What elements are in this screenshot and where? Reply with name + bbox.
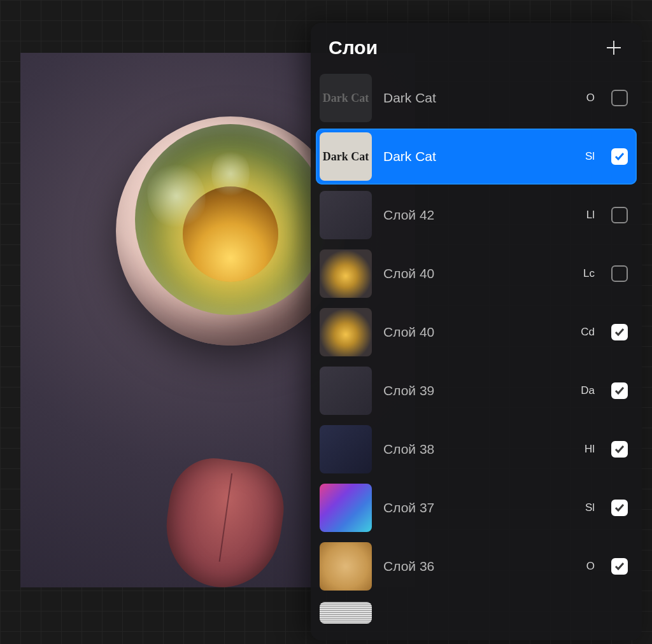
layer-row[interactable]: Слой 40 Lc xyxy=(316,246,637,302)
layer-name-label: Слой 40 xyxy=(383,266,567,281)
layer-thumbnail xyxy=(320,542,372,591)
layers-panel: Слои Dark Cat Dark Cat O Dark Cat Dark C… xyxy=(311,23,642,640)
visibility-checkbox[interactable] xyxy=(611,148,628,165)
thumbnail-text: Dark Cat xyxy=(323,150,369,164)
layer-row[interactable]: Dark Cat Dark Cat O xyxy=(316,70,637,126)
thumbnail-text: Dark Cat xyxy=(323,92,369,105)
layer-row[interactable]: Слой 42 Ll xyxy=(316,187,637,243)
layer-row[interactable]: Слой 36 O xyxy=(316,538,637,594)
layer-name-label: Слой 40 xyxy=(383,325,567,340)
blend-mode-label: O xyxy=(578,92,595,104)
add-layer-button[interactable] xyxy=(604,38,624,58)
visibility-checkbox[interactable] xyxy=(611,500,628,516)
blend-mode-label: Ll xyxy=(578,209,595,221)
layer-thumbnail xyxy=(320,425,372,473)
visibility-checkbox[interactable] xyxy=(611,90,628,106)
visibility-checkbox[interactable] xyxy=(611,382,628,399)
layer-row[interactable]: Слой 40 Cd xyxy=(316,304,637,360)
layer-thumbnail xyxy=(320,308,372,356)
layer-row[interactable]: Слой 37 Sl xyxy=(316,480,637,536)
layer-thumbnail xyxy=(320,602,372,624)
layers-panel-title: Слои xyxy=(329,37,378,59)
blend-mode-label: O xyxy=(578,560,595,573)
layer-name-label: Dark Cat xyxy=(383,149,567,164)
visibility-checkbox[interactable] xyxy=(611,441,628,458)
layer-thumbnail xyxy=(320,191,372,239)
blend-mode-label: Da xyxy=(578,384,595,397)
layer-row[interactable] xyxy=(316,597,637,625)
layer-row[interactable]: Слой 39 Da xyxy=(316,363,637,419)
blend-mode-label: Sl xyxy=(578,501,595,514)
layer-thumbnail: Dark Cat xyxy=(320,132,372,181)
blend-mode-label: Lc xyxy=(578,267,595,280)
layer-name-label: Слой 38 xyxy=(383,442,567,457)
visibility-checkbox[interactable] xyxy=(611,558,628,575)
layer-thumbnail xyxy=(320,249,372,298)
artwork-highlight xyxy=(211,148,250,199)
blend-mode-label: Hl xyxy=(578,443,595,456)
layers-panel-header: Слои xyxy=(311,23,642,70)
visibility-checkbox[interactable] xyxy=(611,265,628,282)
layer-row[interactable]: Dark Cat Dark Cat Sl xyxy=(316,129,637,185)
layer-name-label: Слой 42 xyxy=(383,207,567,223)
layer-name-label: Dark Cat xyxy=(383,90,567,106)
blend-mode-label: Sl xyxy=(578,150,595,163)
visibility-checkbox[interactable] xyxy=(611,207,628,223)
layer-thumbnail xyxy=(320,484,372,532)
layer-thumbnail: Dark Cat xyxy=(320,74,372,122)
layer-name-label: Слой 36 xyxy=(383,559,567,574)
visibility-checkbox[interactable] xyxy=(611,324,628,340)
layer-name-label: Слой 39 xyxy=(383,383,567,398)
blend-mode-label: Cd xyxy=(578,326,595,339)
layer-row[interactable]: Слой 38 Hl xyxy=(316,421,637,477)
layer-thumbnail xyxy=(320,367,372,415)
layer-name-label: Слой 37 xyxy=(383,500,567,515)
layers-list: Dark Cat Dark Cat O Dark Cat Dark Cat Sl… xyxy=(311,70,642,630)
